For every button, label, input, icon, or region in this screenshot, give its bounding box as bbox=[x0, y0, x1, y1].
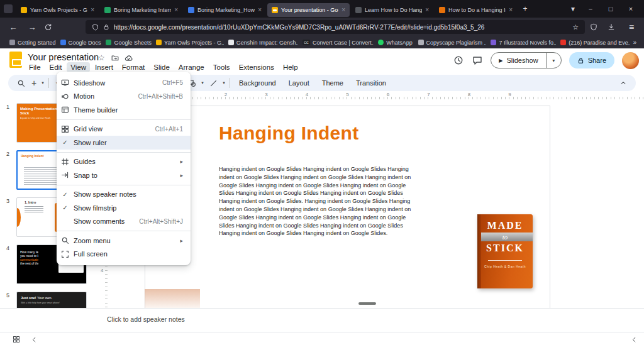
menu-divider bbox=[57, 185, 191, 185]
tab-your-presentation-active[interactable]: Your presentation - Google × bbox=[267, 3, 350, 17]
bookmark-yarn-owls[interactable]: Yarn Owls Projects - G... bbox=[152, 40, 224, 46]
menu-format[interactable]: Format bbox=[118, 62, 148, 72]
menu-insert[interactable]: Insert bbox=[91, 62, 117, 72]
speaker-notes-area[interactable]: Click to add speaker notes bbox=[0, 308, 644, 332]
theme-button[interactable]: Theme bbox=[316, 79, 350, 87]
tab-close-icon[interactable]: × bbox=[258, 6, 262, 13]
firefox-view-icon[interactable] bbox=[4, 4, 13, 13]
menu-file[interactable]: File bbox=[25, 62, 45, 72]
menu-view[interactable]: View bbox=[67, 62, 90, 72]
tracking-shield-icon[interactable] bbox=[590, 23, 602, 31]
new-slide-icon[interactable]: + bbox=[28, 75, 40, 90]
menu-item-show-ruler[interactable]: ✓ Show ruler bbox=[57, 136, 191, 150]
refresh-icon[interactable] bbox=[44, 23, 58, 31]
bookmark-favicon bbox=[418, 40, 424, 45]
move-folder-icon[interactable] bbox=[111, 54, 119, 62]
menu-slide[interactable]: Slide bbox=[150, 62, 174, 72]
slides-logo-icon[interactable] bbox=[9, 52, 22, 68]
bookmark-illustrated-novels[interactable]: 7 Illustrated Novels fo... bbox=[486, 40, 556, 46]
list-all-tabs-icon[interactable]: ▾ bbox=[566, 4, 580, 13]
slide-thumbnail-5[interactable]: Just one! Your own. With a little help f… bbox=[16, 292, 87, 308]
tab-close-icon[interactable]: × bbox=[91, 6, 94, 13]
bookmark-favicon bbox=[9, 40, 15, 45]
menu-tools[interactable]: Tools bbox=[209, 62, 234, 72]
insert-line-icon[interactable] bbox=[206, 75, 221, 90]
downloads-icon[interactable] bbox=[608, 23, 620, 31]
bookmark-google-docs[interactable]: Google Docs bbox=[56, 40, 102, 46]
made-to-stick-book-image[interactable]: MADE to STICK Chip Heath & Dan Heath bbox=[477, 214, 533, 288]
bookmark-getting-started[interactable]: Getting Started bbox=[5, 40, 56, 46]
slideshow-button-main[interactable]: ▶ Slideshow bbox=[491, 57, 545, 64]
notes-resize-handle[interactable] bbox=[358, 302, 376, 305]
version-history-icon[interactable] bbox=[453, 55, 464, 66]
tab-close-icon[interactable]: × bbox=[174, 6, 178, 13]
bookmark-whatsapp[interactable]: WhatsApp bbox=[374, 40, 413, 46]
collapse-filmstrip-icon[interactable] bbox=[29, 334, 39, 344]
menu-item-motion[interactable]: Motion Ctrl+Alt+Shift+B bbox=[57, 90, 191, 104]
menu-item-show-speaker-notes[interactable]: ✓ Show speaker notes bbox=[57, 188, 191, 202]
menu-item-show-comments[interactable]: Show comments Ctrl+Alt+Shift+J bbox=[57, 215, 191, 229]
grid-view-icon[interactable] bbox=[11, 334, 21, 344]
tab-learn-hanging-indent[interactable]: Learn How to Do Hanging I × bbox=[351, 3, 433, 17]
comments-icon[interactable] bbox=[472, 55, 483, 66]
menu-item-slideshow[interactable]: Slideshow Ctrl+F5 bbox=[57, 76, 191, 90]
share-label: Share bbox=[588, 57, 606, 64]
menu-item-grid-view[interactable]: Grid view Ctrl+Alt+1 bbox=[57, 123, 191, 136]
new-tab-button[interactable]: + bbox=[518, 4, 532, 13]
menu-hamburger-icon[interactable]: ≡ bbox=[625, 22, 638, 32]
shape-caret-icon[interactable]: ▾ bbox=[199, 75, 206, 90]
bookmark-convert-case[interactable]: CCConvert Case | Convert... bbox=[298, 40, 374, 46]
menu-edit[interactable]: Edit bbox=[46, 62, 66, 72]
menu-item-show-filmstrip[interactable]: ✓ Show filmstrip bbox=[57, 201, 191, 215]
slideshow-dropdown-icon[interactable]: ▾ bbox=[546, 53, 561, 68]
tab-how-to-hanging-indent[interactable]: How to Do a Hanging Inde × bbox=[435, 3, 517, 17]
cloud-saved-icon[interactable] bbox=[125, 54, 133, 62]
menu-item-zoom-menu[interactable]: Zoom menu ▸ bbox=[57, 234, 191, 248]
slideshow-button[interactable]: ▶ Slideshow ▾ bbox=[491, 52, 561, 68]
bookmark-star-icon[interactable]: ☆ bbox=[572, 23, 579, 31]
tab-close-icon[interactable]: × bbox=[425, 6, 429, 13]
line-caret-icon[interactable]: ▾ bbox=[221, 75, 227, 90]
menu-extensions[interactable]: Extensions bbox=[235, 62, 278, 72]
bookmark-genshin[interactable]: Genshin Impact: Gensh... bbox=[224, 40, 298, 46]
bookmarks-overflow-icon[interactable]: » bbox=[630, 39, 639, 46]
window-close-button[interactable]: × bbox=[621, 5, 640, 13]
tab-boring-marketing-internal[interactable]: Boring Marketing Internal - × bbox=[100, 3, 182, 17]
profile-avatar[interactable] bbox=[622, 52, 639, 69]
share-button[interactable]: Share bbox=[569, 52, 614, 68]
forward-icon[interactable]: → bbox=[25, 23, 39, 32]
window-minimize-button[interactable]: − bbox=[581, 5, 600, 13]
menu-item-full-screen[interactable]: Full screen bbox=[57, 248, 191, 261]
open-side-panel-icon[interactable] bbox=[629, 334, 639, 344]
tab-yarn-owls[interactable]: Yarn Owls Projects - Googl × bbox=[16, 3, 99, 17]
layout-button[interactable]: Layout bbox=[282, 79, 316, 87]
menu-item-guides[interactable]: Guides ▸ bbox=[57, 155, 191, 169]
menu-item-theme-builder[interactable]: Theme builder bbox=[57, 103, 191, 117]
menu-help[interactable]: Help bbox=[279, 62, 302, 72]
bookmark-favicon bbox=[156, 40, 162, 45]
speaker-notes-placeholder[interactable]: Click to add speaker notes bbox=[107, 315, 185, 323]
bookmark-paradise[interactable]: (216) Paradise and Eve... bbox=[556, 40, 630, 46]
slides-app-header: Your presentation ☆ File Edit View Inser… bbox=[0, 48, 644, 75]
transition-button[interactable]: Transition bbox=[350, 79, 392, 87]
search-menus-icon[interactable] bbox=[13, 75, 28, 90]
tab-boring-marketing-howto[interactable]: Boring Marketing_How To D × bbox=[184, 3, 266, 17]
collapse-toolbar-icon[interactable] bbox=[616, 75, 631, 90]
new-slide-caret-icon[interactable]: ▾ bbox=[40, 75, 46, 90]
menu-arrange[interactable]: Arrange bbox=[175, 62, 208, 72]
document-title[interactable]: Your presentation bbox=[28, 52, 99, 62]
bookmark-copyscape[interactable]: Copyscape Plagiarism ... bbox=[414, 40, 487, 46]
tab-close-icon[interactable]: × bbox=[509, 6, 513, 13]
bookmark-google-sheets[interactable]: Google Sheets bbox=[101, 40, 152, 46]
tab-close-icon[interactable]: × bbox=[341, 6, 345, 13]
window-maximize-button[interactable]: □ bbox=[601, 5, 620, 13]
slide-canvas[interactable]: Hanging Indent Hanging indent on Google … bbox=[145, 106, 550, 308]
guides-icon bbox=[57, 158, 74, 166]
slide-title[interactable]: Hanging Indent bbox=[219, 123, 359, 144]
background-button[interactable]: Background bbox=[233, 79, 282, 87]
url-field[interactable]: https://docs.google.com/presentation/d/1… bbox=[86, 20, 585, 34]
menu-item-snap-to[interactable]: Snap to ▸ bbox=[57, 168, 191, 182]
star-document-icon[interactable]: ☆ bbox=[98, 53, 105, 62]
slide-body-text[interactable]: Hanging indent on Google Slides Hanging … bbox=[219, 165, 415, 238]
back-icon[interactable]: ← bbox=[6, 23, 20, 32]
